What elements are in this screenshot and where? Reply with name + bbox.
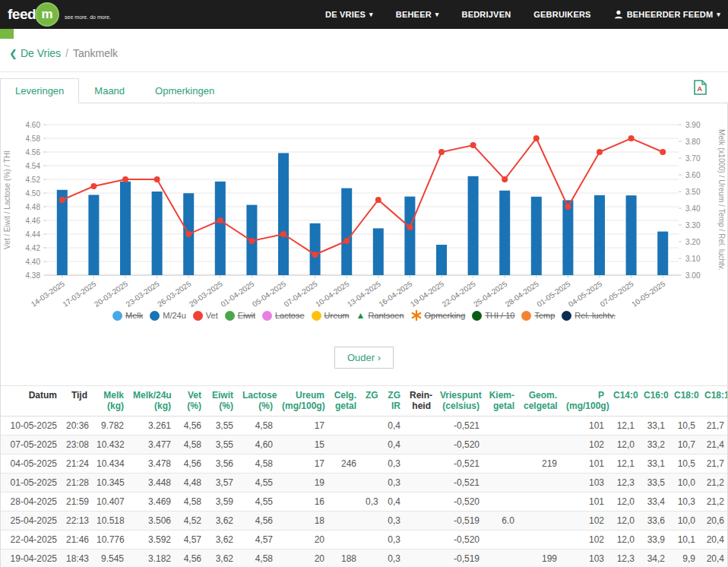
cell-c18_1: 21,4 [700, 436, 728, 455]
cell-tijd: 21:59 [62, 493, 92, 512]
col-header-kiemgetal[interactable]: Kiem-getal [484, 386, 519, 417]
nav-item-beheer[interactable]: BEHEER ▾ [396, 10, 439, 19]
cell-zg [361, 474, 382, 493]
cell-eiwit_pct: 3,62 [206, 531, 238, 550]
caret-down-icon: ▾ [435, 11, 439, 18]
col-header-melk_24u_kg[interactable]: Melk/24u(kg) [128, 386, 176, 417]
cell-datum: 25-04-2025 [1, 512, 62, 531]
tab-opmerkingen[interactable]: Opmerkingen [140, 78, 229, 103]
tab-leveringen[interactable]: Leveringen [0, 78, 79, 103]
chart-bar [531, 197, 542, 275]
nav-item-gebruikers[interactable]: GEBRUIKERS [533, 10, 590, 19]
col-header-p[interactable]: P(mg/100g) [562, 386, 609, 417]
nav-menu: DE VRIES ▾ BEHEER ▾ BEDRIJVEN GEBRUIKERS… [325, 10, 720, 19]
cell-zg_ir: 0,4 [382, 436, 405, 455]
chart-bar [88, 195, 99, 275]
cell-reinheid [405, 512, 435, 531]
legend-item-ureum[interactable]: Ureum [312, 311, 350, 321]
svg-text:3.20: 3.20 [685, 238, 701, 246]
cell-c16_0: 34,2 [639, 550, 669, 567]
cell-eiwit_pct: 3,55 [206, 436, 238, 455]
chart-point [470, 142, 476, 148]
col-header-datum: Datum [1, 386, 62, 417]
cell-zg: 0,3 [361, 493, 382, 512]
col-header-reinheid: Rein-heid [405, 386, 435, 417]
cell-c18_1: 20,4 [700, 531, 728, 550]
cell-reinheid [405, 531, 435, 550]
legend-item-melk[interactable]: Melk [112, 311, 143, 321]
cell-melk_24u_kg: 3.592 [128, 531, 176, 550]
cell-zg [361, 417, 382, 436]
col-header-melk_kg[interactable]: Melk(kg) [92, 386, 128, 417]
legend-label: Melk [125, 311, 143, 320]
older-button[interactable]: Ouder › [334, 347, 394, 369]
col-header-ureum[interactable]: Ureum(mg/100g) [277, 386, 329, 417]
chart-point [343, 238, 350, 244]
cell-vet_pct: 4,48 [176, 474, 206, 493]
col-header-c14_0[interactable]: C14:0 [609, 386, 639, 417]
legend-item-eiwit[interactable]: Eiwit [225, 311, 255, 321]
col-header-zg_ir[interactable]: ZGIR [382, 386, 405, 417]
col-header-c18_0[interactable]: C18:0 [669, 386, 700, 417]
legend-item-lactose[interactable]: Lactose [262, 311, 305, 321]
col-header-vet_pct[interactable]: Vet(%) [176, 386, 206, 417]
col-header-lactose_pct[interactable]: Lactose(%) [238, 386, 277, 417]
nav-item-de-vries[interactable]: DE VRIES ▾ [325, 10, 373, 19]
svg-text:4.60: 4.60 [26, 121, 41, 129]
breadcrumb-back-link[interactable]: ❮De Vries [9, 47, 61, 59]
legend-item-temp[interactable]: Temp [521, 311, 555, 321]
legend-item-opmerking[interactable]: Opmerking [411, 310, 466, 321]
cell-melk_kg: 10.345 [92, 474, 128, 493]
col-header-geom_celgetal[interactable]: Geom.celgetal [519, 386, 562, 417]
svg-text:A: A [698, 85, 703, 93]
cell-kiemgetal [484, 455, 519, 474]
nav-item-account[interactable]: BEHEERDER FEEDM ▾ [614, 10, 720, 19]
feedm-logo[interactable]: feed m see more. do more. [8, 2, 111, 27]
legend-item-vet[interactable]: Vet [193, 311, 218, 321]
cell-melk_kg: 10.432 [92, 436, 128, 455]
svg-text:10-05-2025: 10-05-2025 [630, 279, 667, 309]
svg-text:3.40: 3.40 [685, 204, 701, 213]
svg-text:4.58: 4.58 [26, 135, 41, 143]
chart-bar [436, 245, 447, 275]
cell-eiwit_pct: 3,62 [206, 512, 238, 531]
cell-vriespunt: -0,521 [435, 474, 484, 493]
cell-kiemgetal [484, 493, 519, 512]
legend-item-rantsoen[interactable]: ▲Rantsoen [356, 311, 404, 321]
pdf-export-icon[interactable]: A [694, 80, 707, 98]
cell-eiwit_pct: 3,57 [206, 474, 238, 493]
cell-melk_kg: 9.545 [92, 550, 128, 567]
cell-geom_celgetal [519, 493, 562, 512]
tankmelk-chart: 4.384.404.424.444.464.484.504.524.544.56… [1, 103, 727, 322]
cell-zg [361, 436, 382, 455]
cell-c18_0: 10,5 [669, 455, 700, 474]
col-header-vriespunt[interactable]: Vriespunt(celsius) [435, 386, 484, 417]
col-header-celg_getal[interactable]: Celg.getal [329, 386, 361, 417]
cell-p: 103 [562, 474, 609, 493]
nav-item-bedrijven[interactable]: BEDRIJVEN [462, 10, 511, 19]
legend-item-thi-10[interactable]: THI / 10 [472, 311, 514, 321]
chart-bar [562, 200, 573, 275]
col-header-c18_1[interactable]: C18:1 [700, 386, 728, 417]
legend-item-rel-luchtv[interactable]: Rel. luchtv. [562, 311, 616, 321]
cell-geom_celgetal [519, 531, 562, 550]
cell-zg_ir: 0,3 [382, 455, 405, 474]
cell-lactose_pct: 4,60 [238, 436, 277, 455]
legend-item-m-24u[interactable]: M/24u [150, 311, 186, 321]
tab-panel: 4.384.404.424.444.464.484.504.524.544.56… [0, 103, 728, 567]
chart-bar [310, 223, 321, 275]
top-navbar: feed m see more. do more. DE VRIES ▾ BEH… [0, 0, 728, 29]
tab-maand[interactable]: Maand [79, 78, 140, 103]
svg-text:17-03-2025: 17-03-2025 [61, 279, 98, 309]
cell-c16_0: 33,1 [639, 455, 669, 474]
cell-tijd: 21:46 [62, 531, 92, 550]
cell-c14_0: 12,0 [609, 512, 639, 531]
cell-vriespunt: -0,520 [435, 493, 484, 512]
cell-kiemgetal [484, 550, 519, 567]
col-header-zg[interactable]: ZG [361, 386, 382, 417]
cell-zg_ir: 0,4 [382, 417, 405, 436]
svg-text:4.46: 4.46 [26, 217, 41, 225]
col-header-eiwit_pct[interactable]: Eiwit(%) [206, 386, 238, 417]
chart-bar [120, 182, 131, 275]
col-header-c16_0[interactable]: C16:0 [639, 386, 669, 417]
